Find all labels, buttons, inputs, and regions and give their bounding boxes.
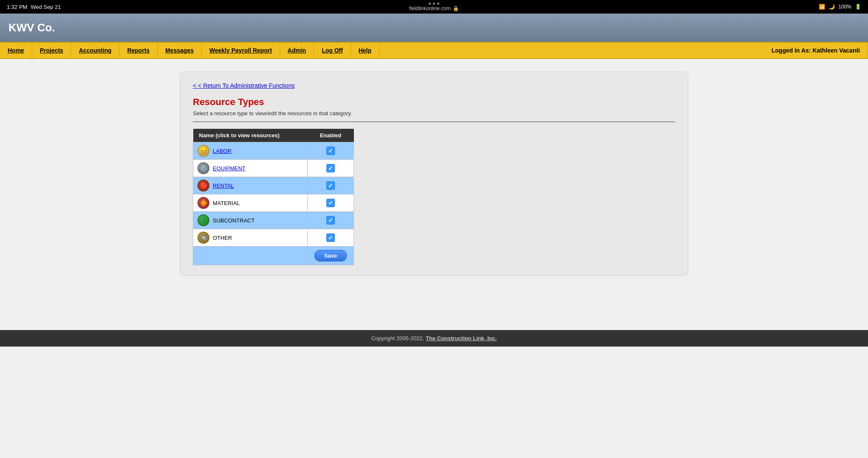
battery-percent: 100%: [838, 4, 851, 10]
material-name-cell: 🔶 MATERIAL: [193, 194, 308, 212]
rental-name-cell: 🔴 RENTAL: [193, 177, 308, 194]
nav-item-admin[interactable]: Admin: [280, 43, 314, 58]
subcontract-enabled-cell[interactable]: ✓: [307, 212, 353, 229]
subcontract-checkbox[interactable]: ✓: [326, 216, 335, 225]
other-icon: 🔘: [198, 232, 209, 244]
material-enabled-cell[interactable]: ✓: [307, 194, 353, 212]
subcontract-name-container: 💲 SUBCONTRACT: [198, 214, 303, 226]
dot-1: [429, 3, 431, 5]
app-title: KWV Co.: [8, 21, 55, 34]
status-time: 1:32 PM: [7, 4, 27, 10]
table-row: 👷 LABOR ✓: [193, 142, 354, 160]
rental-enabled-cell[interactable]: ✓: [307, 177, 353, 194]
equipment-checkbox[interactable]: ✓: [326, 164, 335, 172]
rental-link[interactable]: RENTAL: [213, 183, 234, 189]
material-name: MATERIAL: [213, 200, 240, 206]
other-enabled-cell[interactable]: ✓: [307, 229, 353, 247]
equipment-enabled-cell[interactable]: ✓: [307, 160, 353, 177]
equipment-link[interactable]: EQUIPMENT: [213, 165, 245, 172]
wifi-icon: 📶: [819, 4, 825, 10]
col-enabled-header: Enabled: [307, 129, 353, 142]
labor-name-cell: 👷 LABOR: [193, 142, 308, 160]
resource-table: Name (click to view resources) Enabled 👷…: [193, 129, 354, 265]
labor-checkbox[interactable]: ✓: [326, 147, 335, 155]
status-url: fieldlinkonline.com 🔒: [409, 6, 459, 11]
status-date: Wed Sep 21: [31, 4, 61, 10]
labor-icon: 👷: [198, 145, 209, 157]
save-empty-cell: [193, 247, 308, 265]
footer: Copyright 2005-2022, The Construction Li…: [0, 330, 868, 347]
table-row: ⚙️ EQUIPMENT ✓: [193, 160, 354, 177]
nav-item-help[interactable]: Help: [351, 43, 379, 58]
subcontract-name-cell: 💲 SUBCONTRACT: [193, 212, 308, 229]
nav-item-home[interactable]: Home: [0, 43, 32, 58]
status-dots: [429, 3, 440, 5]
table-row: 🔶 MATERIAL ✓: [193, 194, 354, 212]
labor-link[interactable]: LABOR: [213, 148, 231, 154]
subcontract-name: SUBCONTRACT: [213, 217, 255, 224]
nav-item-weekly-payroll[interactable]: Weekly Payroll Report: [202, 43, 280, 58]
moon-icon: 🌙: [829, 4, 835, 10]
table-row: 💲 SUBCONTRACT ✓: [193, 212, 354, 229]
equipment-name-cell: ⚙️ EQUIPMENT: [193, 160, 308, 177]
save-button[interactable]: Save: [314, 250, 347, 261]
page-title: Resource Types: [193, 97, 675, 108]
rental-icon: 🔴: [198, 180, 209, 192]
battery-icon: 🔋: [855, 4, 861, 10]
subcontract-icon: 💲: [198, 214, 209, 226]
nav-item-accounting[interactable]: Accounting: [71, 43, 120, 58]
table-row: 🔘 OTHER ✓: [193, 229, 354, 247]
footer-text: Copyright 2005-2022,: [371, 335, 424, 341]
nav-item-reports[interactable]: Reports: [120, 43, 158, 58]
dot-3: [437, 3, 440, 5]
back-link[interactable]: < < Return To Administrative Functions: [193, 82, 295, 89]
material-icon: 🔶: [198, 197, 209, 209]
divider: [193, 122, 675, 122]
nav-item-projects[interactable]: Projects: [32, 43, 71, 58]
status-time-date: 1:32 PM Wed Sep 21: [7, 4, 61, 10]
status-right: 📶 🌙 100% 🔋: [819, 4, 861, 10]
save-button-cell: Save: [307, 247, 353, 265]
content-box: < < Return To Administrative Functions R…: [180, 72, 688, 276]
nav-item-messages[interactable]: Messages: [158, 43, 202, 58]
rental-name-container: 🔴 RENTAL: [198, 180, 303, 192]
other-name-cell: 🔘 OTHER: [193, 229, 308, 247]
dot-2: [433, 3, 435, 5]
equipment-icon: ⚙️: [198, 162, 209, 174]
nav-item-logoff[interactable]: Log Off: [314, 43, 351, 58]
other-checkbox[interactable]: ✓: [326, 233, 335, 242]
table-row: 🔴 RENTAL ✓: [193, 177, 354, 194]
rental-checkbox[interactable]: ✓: [326, 181, 335, 190]
save-row: Save: [193, 247, 354, 265]
nav-bar: Home Projects Accounting Reports Message…: [0, 42, 868, 59]
page-subtitle: Select a resource type to view/edit the …: [193, 110, 675, 117]
equipment-name-container: ⚙️ EQUIPMENT: [198, 162, 303, 174]
status-center: fieldlinkonline.com 🔒: [409, 3, 459, 11]
main-content: < < Return To Administrative Functions R…: [0, 59, 868, 313]
lock-icon: 🔒: [453, 6, 459, 11]
col-name-header: Name (click to view resources): [193, 129, 308, 142]
material-checkbox[interactable]: ✓: [326, 199, 335, 207]
other-name-container: 🔘 OTHER: [198, 232, 303, 244]
logged-in-label: Logged In As: Kathleen Vacanti: [764, 43, 868, 58]
other-name: OTHER: [213, 235, 232, 241]
labor-enabled-cell[interactable]: ✓: [307, 142, 353, 160]
footer-link[interactable]: The Construction Link, Inc.: [426, 335, 497, 341]
labor-name-container: 👷 LABOR: [198, 145, 303, 157]
material-name-container: 🔶 MATERIAL: [198, 197, 303, 209]
app-header: KWV Co.: [0, 14, 868, 42]
status-bar: 1:32 PM Wed Sep 21 fieldlinkonline.com 🔒…: [0, 0, 868, 14]
